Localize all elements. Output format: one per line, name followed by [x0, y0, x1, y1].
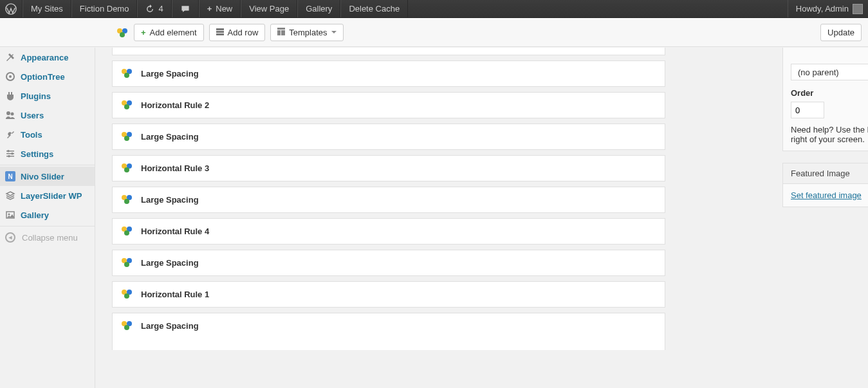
svg-point-13	[11, 113, 14, 116]
content-area: Large Spacing Horizontal Rule 2 Large Sp…	[103, 48, 868, 388]
collapse-label: Collapse menu	[22, 233, 78, 243]
sidebar-item-gallery[interactable]: Gallery	[0, 205, 95, 225]
svg-point-12	[6, 111, 10, 115]
adminbar-updates-count: 4	[158, 4, 163, 14]
sidebar-item-label: Settings	[21, 149, 53, 159]
sidebar-item-tools[interactable]: Tools	[0, 125, 95, 144]
sidebar-item-settings[interactable]: Settings	[0, 144, 95, 163]
templates-label: Templates	[289, 28, 327, 37]
collapse-menu[interactable]: ◄ Collapse menu	[0, 228, 95, 247]
vc-row-label: Large Spacing	[141, 195, 199, 205]
vc-toolbar: + Add element Add row Templates Update	[0, 18, 868, 47]
svg-rect-6	[216, 33, 224, 35]
vc-element-icon	[120, 98, 133, 111]
vc-element-icon	[120, 287, 133, 300]
settings-icon	[5, 149, 15, 159]
sidebar-item-appearance[interactable]: Appearance	[0, 48, 95, 67]
template-icon	[277, 28, 285, 37]
svg-point-19	[8, 155, 10, 158]
update-button[interactable]: Update	[820, 24, 862, 41]
vc-row-list: Large Spacing Horizontal Rule 2 Large Sp…	[112, 48, 665, 350]
sidebar-item-layerslider[interactable]: LayerSlider WP	[0, 186, 95, 205]
sidebar-item-label: Gallery	[21, 210, 49, 220]
vc-row-label: Horizontal Rule 4	[141, 226, 209, 236]
meta-sidebar: (no parent) ▼ Order Need help? Use the H…	[782, 48, 868, 219]
featured-image-title: Featured Image	[783, 163, 868, 184]
wordpress-icon	[5, 3, 17, 15]
vc-row[interactable]: Large Spacing	[112, 313, 665, 350]
gallery-icon	[5, 210, 15, 220]
vc-element-icon	[120, 192, 133, 205]
vc-row[interactable]: Large Spacing	[112, 124, 665, 150]
vc-element-icon	[120, 319, 133, 331]
sidebar-item-label: Tools	[21, 130, 42, 140]
svg-rect-7	[277, 28, 285, 30]
howdy-text: Howdy, Admin	[796, 4, 849, 14]
nivo-icon: N	[5, 171, 15, 181]
sidebar-item-optiontree[interactable]: OptionTree	[0, 67, 95, 86]
vc-row[interactable]: Horizontal Rule 2	[112, 92, 665, 118]
adminbar-new[interactable]: + New	[199, 0, 241, 17]
svg-point-21	[8, 214, 10, 216]
vc-row-label: Horizontal Rule 2	[141, 100, 209, 110]
add-element-button[interactable]: + Add element	[134, 24, 204, 41]
help-text: Need help? Use the Help tab in the upper…	[791, 125, 868, 144]
vc-row-label: Horizontal Rule 1	[141, 290, 209, 299]
parent-value: (no parent)	[798, 68, 839, 77]
vc-row-label: Large Spacing	[141, 132, 199, 142]
order-input[interactable]	[791, 102, 824, 118]
sidebar-item-nivo-slider[interactable]: N Nivo Slider	[0, 167, 95, 186]
svg-rect-4	[216, 28, 224, 30]
adminbar-my-sites[interactable]: My Sites	[23, 0, 71, 17]
admin-menu: Appearance OptionTree Plugins Users Tool…	[0, 48, 95, 388]
templates-button[interactable]: Templates	[270, 24, 343, 41]
vc-row[interactable]: Horizontal Rule 3	[112, 155, 665, 181]
plus-icon: +	[141, 28, 146, 37]
plugins-icon	[5, 91, 15, 101]
vc-logo-icon	[116, 26, 129, 39]
sidebar-item-label: Plugins	[21, 91, 51, 101]
adminbar-delete-cache[interactable]: Delete Cache	[340, 0, 408, 17]
add-element-label: Add element	[150, 28, 197, 37]
adminbar-gallery[interactable]: Gallery	[297, 0, 340, 17]
svg-rect-8	[277, 30, 281, 35]
optiontree-icon	[5, 71, 15, 82]
adminbar-howdy[interactable]: Howdy, Admin	[788, 0, 868, 17]
sidebar-item-plugins[interactable]: Plugins	[0, 86, 95, 106]
add-row-label: Add row	[228, 28, 259, 37]
order-label: Order	[791, 88, 868, 98]
sidebar-item-label: LayerSlider WP	[21, 191, 82, 201]
vc-row-label: Large Spacing	[141, 321, 199, 331]
collapse-icon: ◄	[5, 232, 15, 243]
appearance-icon	[5, 52, 15, 62]
vc-element-icon	[120, 129, 133, 142]
vc-row[interactable]: Large Spacing	[112, 250, 665, 276]
svg-point-18	[11, 152, 14, 155]
vc-row[interactable]: Horizontal Rule 4	[112, 218, 665, 245]
page-attributes-box: (no parent) ▼ Order Need help? Use the H…	[782, 48, 868, 151]
rows-icon	[216, 28, 224, 37]
vc-row[interactable]	[112, 48, 665, 55]
svg-rect-9	[281, 30, 285, 35]
vc-row[interactable]: Horizontal Rule 1	[112, 281, 665, 308]
vc-element-icon	[120, 161, 133, 174]
set-featured-image-link[interactable]: Set featured image	[791, 190, 862, 200]
users-icon	[5, 110, 15, 120]
svg-rect-16	[6, 156, 14, 157]
wordpress-logo[interactable]	[0, 0, 23, 17]
adminbar-updates[interactable]: 4	[137, 0, 171, 17]
vc-row[interactable]: Large Spacing	[112, 187, 665, 213]
vc-element-icon	[120, 224, 133, 237]
sidebar-item-label: Users	[21, 111, 44, 120]
adminbar-site-name[interactable]: Fiction Demo	[71, 0, 138, 17]
parent-select[interactable]: (no parent) ▼	[791, 64, 868, 80]
parent-label-cut	[791, 50, 868, 60]
sidebar-item-users[interactable]: Users	[0, 106, 95, 125]
adminbar-comments[interactable]	[172, 0, 199, 17]
svg-point-17	[7, 150, 10, 152]
adminbar-view-page[interactable]: View Page	[241, 0, 297, 17]
layerslider-icon	[5, 190, 15, 201]
tools-icon	[5, 129, 15, 140]
vc-row[interactable]: Large Spacing	[112, 60, 665, 87]
add-row-button[interactable]: Add row	[209, 24, 266, 41]
